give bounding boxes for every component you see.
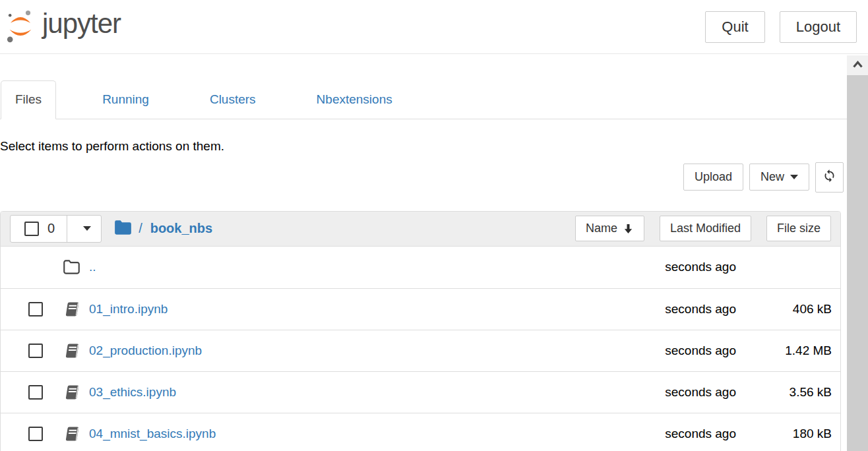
quit-button[interactable]: Quit bbox=[705, 11, 764, 43]
caret-down-icon bbox=[790, 175, 798, 179]
row-checkbox[interactable] bbox=[28, 427, 43, 441]
notebook-icon bbox=[63, 342, 80, 359]
select-all-button-group: 0 bbox=[10, 215, 102, 243]
notebook-icon bbox=[63, 301, 80, 318]
vertical-scrollbar[interactable] bbox=[847, 55, 868, 451]
caret-down-icon bbox=[83, 226, 91, 231]
select-dropdown-toggle[interactable] bbox=[67, 216, 101, 242]
table-row: .. seconds ago bbox=[1, 247, 840, 288]
file-size-text: 1.42 MB bbox=[736, 344, 832, 358]
arrow-down-icon bbox=[623, 223, 634, 235]
file-size-text: 180 kB bbox=[736, 427, 832, 441]
sort-name-label: Name bbox=[586, 222, 617, 235]
sort-by-size-button[interactable]: File size bbox=[766, 216, 831, 241]
refresh-icon bbox=[822, 169, 836, 186]
upload-button[interactable]: Upload bbox=[683, 164, 743, 191]
file-name-link[interactable]: 01_intro.ipynb bbox=[89, 302, 168, 316]
row-checkbox[interactable] bbox=[28, 385, 43, 400]
tab-nbextensions[interactable]: Nbextensions bbox=[302, 80, 407, 119]
main-content: Files Running Clusters Nbextensions Sele… bbox=[0, 80, 847, 451]
file-name-link[interactable]: 03_ethics.ipynb bbox=[89, 385, 176, 400]
table-row: 01_intro.ipynb seconds ago 406 kB bbox=[1, 288, 840, 330]
file-list-body: .. seconds ago 01_intro.ipynb seconds ag… bbox=[1, 247, 840, 451]
sort-by-name-button[interactable]: Name bbox=[575, 216, 644, 241]
tab-bar: Files Running Clusters Nbextensions bbox=[0, 80, 847, 119]
tab-running[interactable]: Running bbox=[88, 80, 164, 119]
file-name-link[interactable]: 04_mnist_basics.ipynb bbox=[89, 427, 216, 441]
last-modified-text: seconds ago bbox=[604, 344, 736, 358]
breadcrumb-current-folder[interactable]: book_nbs bbox=[150, 221, 212, 236]
new-dropdown-label: New bbox=[760, 170, 784, 184]
last-modified-text: seconds ago bbox=[604, 427, 736, 441]
new-dropdown-button[interactable]: New bbox=[749, 164, 809, 191]
jupyter-logo[interactable]: jupyter bbox=[5, 7, 121, 47]
select-all-checkbox[interactable] bbox=[24, 222, 39, 236]
last-modified-text: seconds ago bbox=[604, 385, 736, 400]
folder-icon bbox=[63, 259, 80, 275]
jupyter-wordmark: jupyter bbox=[42, 10, 121, 44]
chevron-up-icon bbox=[852, 59, 863, 71]
selected-count: 0 bbox=[47, 221, 55, 236]
scrollbar-up-button[interactable] bbox=[847, 55, 868, 75]
table-row: 02_production.ipynb seconds ago 1.42 MB bbox=[1, 330, 840, 371]
select-all-button[interactable]: 0 bbox=[11, 216, 67, 242]
file-size-text: 406 kB bbox=[736, 302, 832, 316]
notebook-icon bbox=[63, 384, 80, 401]
tab-files[interactable]: Files bbox=[1, 80, 56, 119]
breadcrumb: / book_nbs bbox=[114, 220, 212, 238]
home-folder-icon[interactable] bbox=[114, 220, 132, 238]
select-items-notice: Select items to perform actions on them. bbox=[0, 139, 847, 154]
table-row: 04_mnist_basics.ipynb seconds ago 180 kB bbox=[1, 413, 840, 451]
jupyter-logo-icon bbox=[5, 7, 36, 47]
file-name-link[interactable]: .. bbox=[89, 260, 96, 274]
jupyter-file-browser: jupyter Quit Logout Files Running Cluste… bbox=[0, 0, 868, 451]
breadcrumb-separator: / bbox=[139, 221, 142, 236]
header: jupyter Quit Logout bbox=[0, 0, 868, 54]
refresh-button[interactable] bbox=[815, 162, 844, 193]
row-checkbox[interactable] bbox=[28, 302, 43, 316]
logout-button[interactable]: Logout bbox=[780, 11, 857, 43]
last-modified-text: seconds ago bbox=[604, 302, 736, 316]
file-size-text: 3.56 kB bbox=[736, 385, 832, 400]
sort-by-modified-button[interactable]: Last Modified bbox=[660, 216, 751, 241]
tab-clusters[interactable]: Clusters bbox=[195, 80, 270, 119]
file-name-link[interactable]: 02_production.ipynb bbox=[89, 344, 202, 358]
row-checkbox[interactable] bbox=[28, 344, 43, 358]
file-list: 0 / book_nbs bbox=[0, 211, 841, 451]
file-list-header: 0 / book_nbs bbox=[1, 212, 840, 247]
notebook-icon bbox=[63, 425, 80, 442]
last-modified-text: seconds ago bbox=[604, 260, 736, 274]
table-row: 03_ethics.ipynb seconds ago 3.56 kB bbox=[1, 371, 840, 413]
file-toolbar: Upload New bbox=[0, 162, 847, 193]
